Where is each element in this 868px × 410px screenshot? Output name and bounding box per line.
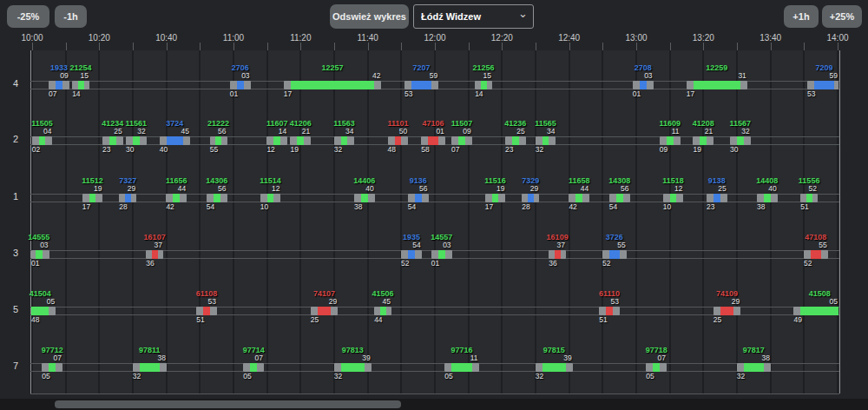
grid-line: [569, 50, 570, 393]
train-stop-segment[interactable]: [542, 136, 549, 145]
train-stop-segment[interactable]: [606, 307, 613, 315]
train-stop-segment[interactable]: [341, 363, 365, 372]
train-departure-minute: 05: [32, 298, 55, 306]
track-label: 1: [5, 192, 26, 202]
train-number-label: 97712: [26, 347, 78, 354]
train-departure-minute: 53: [194, 298, 216, 306]
train-number-label: 14406: [339, 177, 391, 185]
train-stop-segment[interactable]: [203, 307, 210, 315]
grid-line: [635, 50, 637, 393]
train-stop-segment[interactable]: [542, 363, 566, 372]
train-stop-segment[interactable]: [380, 307, 386, 315]
train-arrival-minute: 09: [660, 146, 682, 154]
train-stop-segment[interactable]: [78, 81, 84, 89]
train-stop-segment[interactable]: [667, 136, 674, 145]
train-stop-segment[interactable]: [152, 250, 158, 259]
train-stop-segment[interactable]: [341, 136, 348, 145]
train-arrival-minute: 38: [354, 203, 377, 211]
train-number-label: 41504: [14, 290, 66, 298]
train-stop-segment[interactable]: [395, 136, 402, 145]
train-stop-segment[interactable]: [125, 194, 131, 202]
grid-line: [166, 50, 168, 393]
train-stop-segment[interactable]: [215, 136, 221, 145]
train-stop-segment[interactable]: [694, 81, 740, 89]
train-stop-segment[interactable]: [109, 136, 116, 145]
train-arrival-minute: 32: [334, 373, 357, 380]
train-stop-segment[interactable]: [451, 363, 471, 372]
train-departure-minute: 11: [456, 354, 478, 362]
train-stop-segment[interactable]: [814, 81, 834, 89]
train-arrival-minute: 32: [536, 373, 558, 380]
train-arrival-minute: 30: [126, 146, 148, 154]
train-stop-segment[interactable]: [56, 81, 62, 89]
train-stop-segment[interactable]: [700, 136, 707, 145]
time-axis-label: 10:00: [10, 34, 54, 43]
train-stop-segment[interactable]: [133, 136, 140, 145]
train-number-label: 7209: [799, 64, 851, 72]
train-stop-segment[interactable]: [438, 250, 445, 259]
time-axis-tick: [66, 43, 67, 50]
train-stop-segment[interactable]: [713, 194, 720, 202]
train-stop-segment[interactable]: [528, 194, 534, 202]
train-number-label: 7207: [396, 64, 448, 72]
train-stop-segment[interactable]: [214, 194, 220, 202]
train-stop-segment[interactable]: [361, 194, 368, 202]
train-arrival-minute: 54: [408, 203, 431, 211]
train-stop-segment[interactable]: [267, 194, 274, 202]
train-stop-segment[interactable]: [575, 194, 582, 202]
train-stop-segment[interactable]: [36, 250, 43, 259]
train-stop-segment[interactable]: [811, 250, 821, 259]
train-stop-segment[interactable]: [555, 250, 561, 259]
train-stop-segment[interactable]: [670, 194, 677, 202]
train-stop-segment[interactable]: [512, 136, 519, 145]
scrollbar-thumb[interactable]: [55, 400, 401, 408]
train-arrival-minute: 01: [633, 90, 655, 98]
train-stop-segment[interactable]: [492, 194, 499, 202]
train-stop-segment[interactable]: [428, 136, 438, 145]
train-arrival-minute: 05: [243, 373, 266, 380]
train-stop-segment[interactable]: [737, 136, 744, 145]
chart-right-border: [839, 50, 840, 393]
train-stop-segment[interactable]: [415, 194, 422, 202]
train-number-label: 11514: [245, 177, 297, 185]
train-stop-segment[interactable]: [744, 363, 764, 372]
train-arrival-minute: 36: [146, 260, 168, 268]
train-stop-segment[interactable]: [800, 307, 838, 315]
train-stop-segment[interactable]: [89, 194, 96, 202]
train-stop-segment[interactable]: [273, 136, 280, 145]
train-stop-segment[interactable]: [140, 363, 160, 372]
train-stop-segment[interactable]: [237, 81, 244, 89]
horizontal-scrollbar[interactable]: [0, 399, 868, 410]
train-departure-minute: 34: [331, 128, 353, 136]
train-departure-minute: 03: [26, 241, 49, 249]
train-departure-minute: 03: [630, 72, 653, 80]
train-stop-segment[interactable]: [806, 194, 812, 202]
train-stop-segment[interactable]: [653, 363, 660, 372]
train-stop-segment[interactable]: [39, 136, 46, 145]
train-stop-segment[interactable]: [609, 250, 620, 259]
time-axis-label: 13:40: [749, 34, 792, 43]
train-departure-minute: 03: [429, 241, 451, 249]
train-arrival-minute: 07: [49, 90, 71, 98]
train-stop-segment[interactable]: [640, 81, 647, 89]
train-departure-minute: 25: [503, 128, 525, 136]
train-stop-segment[interactable]: [49, 363, 56, 372]
train-stop-segment[interactable]: [764, 194, 771, 202]
grid-line: [400, 50, 402, 393]
train-stop-segment[interactable]: [173, 194, 180, 202]
train-stop-segment[interactable]: [291, 81, 375, 89]
train-arrival-minute: 19: [290, 146, 312, 154]
train-stop-segment[interactable]: [408, 250, 415, 259]
train-stop-segment[interactable]: [616, 194, 623, 202]
train-stop-segment[interactable]: [167, 136, 183, 145]
train-stop-segment[interactable]: [458, 136, 465, 145]
train-stop-segment[interactable]: [31, 307, 49, 315]
train-stop-segment[interactable]: [318, 307, 331, 315]
train-stop-segment[interactable]: [481, 81, 487, 89]
train-departure-minute: 21: [287, 128, 310, 136]
train-arrival-minute: 17: [284, 90, 306, 98]
train-stop-segment[interactable]: [250, 363, 257, 372]
train-stop-segment[interactable]: [720, 307, 733, 315]
train-stop-segment[interactable]: [411, 81, 431, 89]
train-stop-segment[interactable]: [297, 136, 304, 145]
